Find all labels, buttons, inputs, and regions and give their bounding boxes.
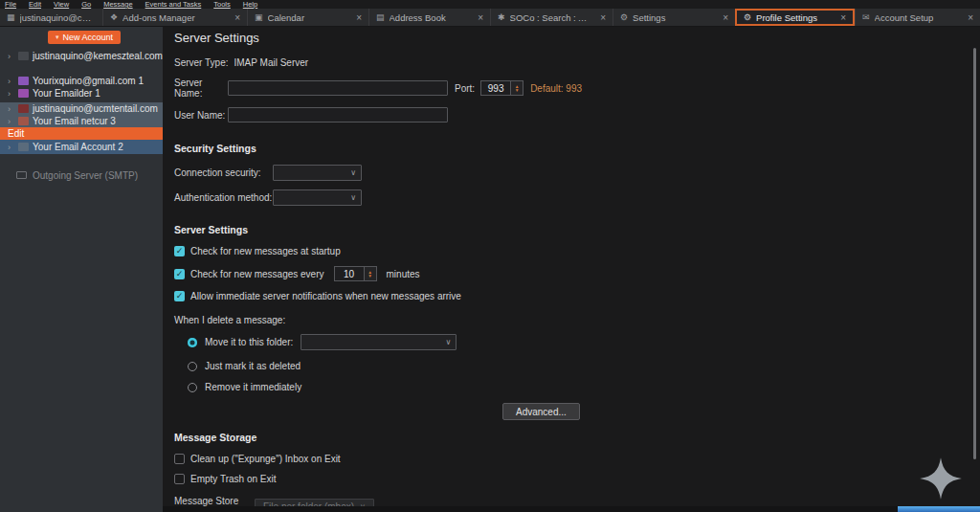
delete-folder-select[interactable]: ∨	[301, 334, 457, 350]
expander-icon[interactable]: ›	[8, 117, 14, 126]
minutes-label: minutes	[387, 269, 420, 279]
spinner-arrows[interactable]: ▴ ▾	[511, 80, 523, 96]
minutes-value[interactable]: 10	[334, 266, 365, 281]
tab-label: Settings	[633, 12, 712, 23]
new-account-label: New Account	[63, 33, 114, 42]
checkbox-checked-icon[interactable]: ✓	[174, 246, 185, 256]
checkbox-row-clean-up[interactable]: Clean up ("Expunge") Inbox on Exit	[174, 454, 980, 464]
checkbox-row-empty-trash[interactable]: Empty Trash on Exit	[174, 474, 980, 484]
sidebar-account-6[interactable]: › Your Email Account 2	[0, 140, 163, 154]
smtp-label: Outgoing Server (SMTP)	[33, 170, 138, 181]
menu-view[interactable]: View	[54, 0, 69, 9]
sidebar-account-5[interactable]: › Your Email netcur 3	[0, 115, 163, 127]
checkbox-unchecked-icon[interactable]	[174, 454, 185, 464]
checkbox-label: Check for new messages at startup	[190, 246, 341, 256]
checkbox-row-check-every[interactable]: ✓ Check for new messages every 10 ▴ ▾ mi…	[174, 266, 980, 281]
edit-menu-item[interactable]: Edit	[0, 127, 163, 140]
tab-label: justinaquino@comonsteel.co	[20, 12, 96, 23]
connection-security-select[interactable]: ∨	[273, 165, 362, 181]
menu-tools[interactable]: Tools	[213, 0, 231, 9]
advanced-button[interactable]: Advanced...	[502, 403, 580, 420]
checkbox-unchecked-icon[interactable]	[174, 474, 185, 484]
expander-icon[interactable]: ›	[8, 89, 14, 99]
close-icon[interactable]: ×	[594, 12, 606, 23]
accounts-sidebar: ▾ New Account › justinaquino@kemeszteal.…	[0, 27, 163, 512]
chevron-down-icon: ∨	[445, 338, 451, 346]
user-name-label: User Name:	[174, 110, 228, 121]
account-icon	[18, 143, 29, 151]
tab-addons-search[interactable]: ✱ SOCo : Search : Add-ons ×	[490, 9, 612, 26]
pinwheel-icon: ✱	[498, 12, 505, 22]
close-icon[interactable]: ×	[350, 12, 362, 23]
sidebar-account-2[interactable]: › Yourixquino@gmail.com 1	[0, 75, 163, 87]
close-icon[interactable]: ×	[472, 12, 483, 23]
sidebar-account-1[interactable]: › justinaquino@kemeszteal.com ★	[0, 50, 163, 62]
menu-events-tasks[interactable]: Events and Tasks	[145, 0, 202, 9]
tab-profile-settings[interactable]: ⚙ Profile Settings ×	[735, 9, 855, 26]
server-type-value: IMAP Mail Server	[234, 57, 309, 68]
close-icon[interactable]: ×	[835, 12, 846, 23]
mail-account-icon: ▦	[7, 12, 15, 22]
expander-icon[interactable]: ›	[8, 143, 14, 152]
expander-icon[interactable]: ›	[8, 104, 14, 114]
spin-down-icon[interactable]: ▾	[368, 274, 371, 278]
spin-down-icon[interactable]: ▾	[516, 88, 519, 93]
connection-security-label: Connection security:	[174, 167, 273, 178]
menu-edit[interactable]: Edit	[29, 0, 41, 9]
radio-label: Just mark it as deleted	[205, 361, 301, 371]
vertical-scrollbar[interactable]	[973, 48, 976, 459]
account-icon	[18, 89, 29, 98]
checkbox-row-notifications[interactable]: ✓ Allow immediate server notifications w…	[174, 291, 980, 301]
radio-icon[interactable]	[188, 362, 197, 371]
chevron-down-icon: ▾	[56, 33, 59, 41]
tab-mail-account[interactable]: ▦ justinaquino@comonsteel.co	[0, 9, 102, 26]
tab-address-book[interactable]: ▤ Address Book ×	[368, 9, 490, 26]
menu-bar: File Edit View Go Message Events and Tas…	[0, 0, 980, 9]
radio-row-mark-deleted[interactable]: Just mark it as deleted	[188, 361, 980, 371]
expander-icon[interactable]: ›	[8, 77, 14, 86]
sparkle-watermark	[919, 456, 963, 501]
checkbox-row-startup[interactable]: ✓ Check for new messages at startup	[174, 246, 980, 256]
expander-icon[interactable]: ›	[8, 52, 14, 61]
tab-account-setup[interactable]: ✉ Account Setup ×	[855, 9, 980, 26]
port-spinner[interactable]: 993 ▴ ▾	[480, 80, 523, 96]
port-label: Port:	[455, 83, 475, 94]
close-icon[interactable]: ×	[229, 12, 240, 23]
checkbox-checked-icon[interactable]: ✓	[174, 269, 185, 279]
menu-message[interactable]: Message	[103, 0, 132, 9]
account-setup-icon: ✉	[862, 12, 870, 22]
horizontal-scrollbar[interactable]	[898, 506, 980, 512]
radio-row-move-to-folder[interactable]: Move it to this folder: ∨	[188, 334, 980, 350]
port-value[interactable]: 993	[480, 80, 511, 96]
account-icon	[18, 52, 29, 60]
account-icon	[18, 117, 29, 125]
menu-go[interactable]: Go	[81, 0, 91, 9]
gear-icon: ⚙	[620, 12, 628, 22]
menu-help[interactable]: Help	[243, 0, 257, 9]
radio-icon[interactable]	[188, 383, 197, 392]
spinner-arrows[interactable]: ▴ ▾	[365, 266, 377, 281]
minutes-spinner[interactable]: 10 ▴ ▾	[334, 266, 377, 281]
user-name-input[interactable]	[228, 107, 448, 122]
server-name-input[interactable]	[228, 80, 448, 96]
checkbox-checked-icon[interactable]: ✓	[174, 291, 185, 301]
tab-settings[interactable]: ⚙ Settings ×	[612, 9, 735, 26]
address-book-icon: ▤	[376, 12, 385, 22]
sidebar-account-3[interactable]: › Your Emailder 1	[0, 87, 163, 100]
tab-label: SOCo : Search : Add-ons	[510, 12, 590, 23]
new-account-button[interactable]: ▾ New Account	[48, 31, 121, 44]
close-icon[interactable]: ×	[962, 12, 973, 23]
sidebar-item-smtp[interactable]: Outgoing Server (SMTP)	[0, 168, 163, 182]
sidebar-account-4[interactable]: › justinaquino@ucmtentail.com ★	[0, 102, 163, 115]
radio-row-remove-immediately[interactable]: Remove it immediately	[188, 382, 980, 392]
menu-file[interactable]: File	[5, 0, 16, 9]
authentication-method-select[interactable]: ∨	[273, 189, 362, 206]
app-window: File Edit View Go Message Events and Tas…	[0, 0, 980, 512]
tab-addons-manager[interactable]: ❖ Add-ons Manager ×	[102, 9, 247, 26]
account-label: justinaquino@kemeszteal.com	[33, 51, 163, 61]
calendar-icon: ▣	[255, 12, 263, 22]
close-icon[interactable]: ×	[717, 12, 728, 23]
radio-selected-icon[interactable]	[188, 338, 197, 347]
account-label: Your Email Account 2	[33, 142, 123, 152]
tab-calendar[interactable]: ▣ Calendar ×	[247, 9, 368, 26]
